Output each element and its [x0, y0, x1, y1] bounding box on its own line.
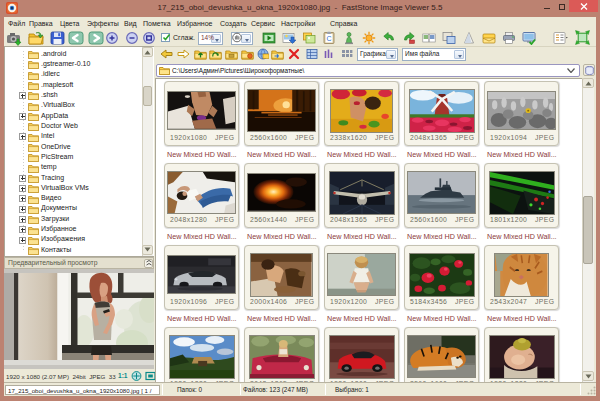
- svg-text:C: C: [327, 35, 332, 42]
